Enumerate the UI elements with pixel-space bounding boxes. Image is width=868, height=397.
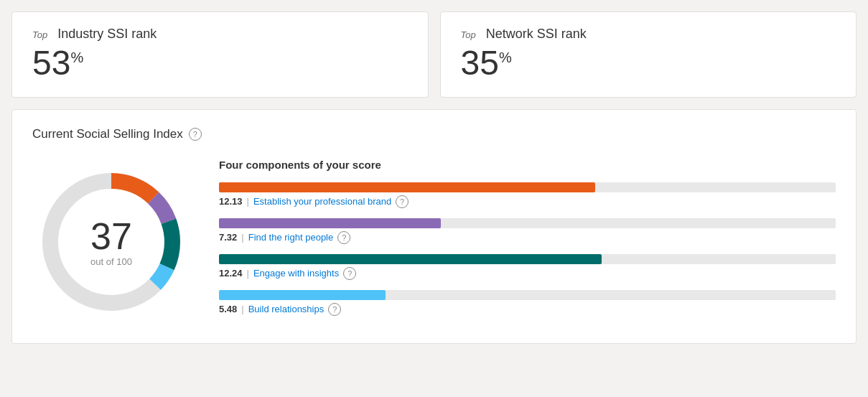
bar-fill-2 bbox=[219, 218, 441, 228]
score-2: 7.32 bbox=[219, 232, 237, 243]
component-help-2[interactable]: ? bbox=[337, 231, 350, 244]
component-name-1[interactable]: Establish your professional brand bbox=[253, 196, 391, 207]
bar-track-1 bbox=[219, 182, 836, 192]
industry-rank-card: Top Industry SSI rank 53% bbox=[11, 11, 429, 98]
ssi-main-card: Current Social Selling Index ? bbox=[11, 109, 857, 344]
ssi-main-content: 37 out of 100 Four components of your sc… bbox=[32, 159, 836, 326]
component-help-4[interactable]: ? bbox=[328, 303, 341, 316]
components-title: Four components of your score bbox=[219, 159, 836, 171]
industry-rank-number: 53% bbox=[32, 45, 408, 83]
component-3: 12.24 | Engage with insights ? bbox=[219, 254, 836, 280]
donut-center-label: 37 out of 100 bbox=[90, 218, 132, 267]
score-4: 5.48 bbox=[219, 304, 237, 314]
bar-fill-4 bbox=[219, 290, 386, 300]
bar-track-3 bbox=[219, 254, 836, 264]
industry-top-label: Top bbox=[32, 29, 47, 40]
network-rank-number: 35% bbox=[461, 45, 836, 83]
component-name-4[interactable]: Build relationships bbox=[248, 304, 325, 314]
component-help-3[interactable]: ? bbox=[343, 267, 356, 280]
component-1: 12.13 | Establish your professional bran… bbox=[219, 182, 836, 208]
score-1: 12.13 bbox=[219, 196, 243, 207]
component-2: 7.32 | Find the right people ? bbox=[219, 218, 836, 244]
bar-fill-1 bbox=[219, 182, 595, 192]
donut-out-of: out of 100 bbox=[90, 256, 132, 267]
score-3: 12.24 bbox=[219, 268, 243, 279]
ssi-card-title: Current Social Selling Index ? bbox=[32, 127, 836, 141]
component-help-1[interactable]: ? bbox=[396, 195, 409, 208]
industry-rank-title: Industry SSI rank bbox=[57, 27, 157, 42]
component-name-2[interactable]: Find the right people bbox=[248, 232, 334, 243]
donut-score: 37 bbox=[90, 218, 132, 255]
donut-chart: 37 out of 100 bbox=[32, 163, 190, 321]
bar-track-2 bbox=[219, 218, 836, 228]
component-name-3[interactable]: Engage with insights bbox=[253, 268, 339, 279]
network-rank-title: Network SSI rank bbox=[486, 27, 587, 42]
top-rank-cards: Top Industry SSI rank 53% Top Network SS… bbox=[11, 11, 857, 98]
network-top-label: Top bbox=[461, 29, 476, 40]
bar-track-4 bbox=[219, 290, 836, 300]
ssi-title-text: Current Social Selling Index bbox=[32, 127, 183, 141]
network-rank-card: Top Network SSI rank 35% bbox=[440, 11, 857, 98]
components-section: Four components of your score 12.13 | Es… bbox=[219, 159, 836, 326]
component-4: 5.48 | Build relationships ? bbox=[219, 290, 836, 316]
ssi-help-icon[interactable]: ? bbox=[189, 128, 202, 141]
bar-fill-3 bbox=[219, 254, 602, 264]
